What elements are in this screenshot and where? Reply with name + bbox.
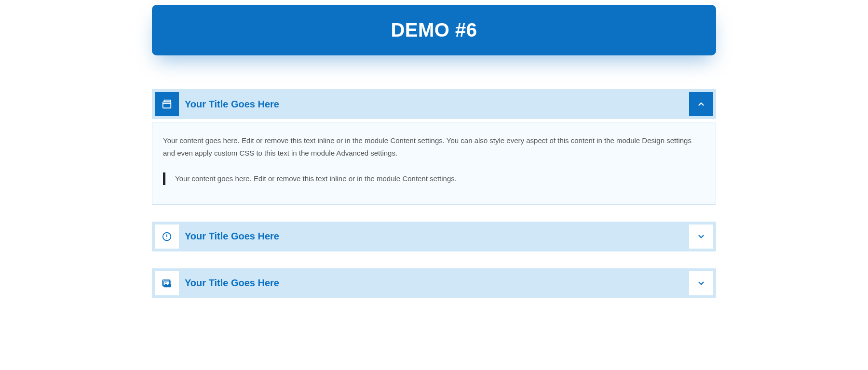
- window-icon: [155, 92, 179, 116]
- chevron-down-icon[interactable]: [689, 271, 713, 295]
- svg-rect-2: [164, 100, 171, 102]
- accordion-title: Your Title Goes Here: [185, 225, 683, 249]
- svg-rect-0: [163, 102, 171, 108]
- accordion-item: Your Title Goes Here: [152, 222, 716, 251]
- accordion-title: Your Title Goes Here: [185, 92, 683, 116]
- chevron-down-icon[interactable]: [689, 225, 713, 249]
- accordion-header[interactable]: Your Title Goes Here: [152, 268, 716, 298]
- accordion-header[interactable]: Your Title Goes Here: [152, 89, 716, 119]
- content-paragraph: Your content goes here. Edit or remove t…: [163, 134, 705, 159]
- accordion-item: Your Title Goes Here Your content goes h…: [152, 89, 716, 205]
- accordion-content: Your content goes here. Edit or remove t…: [152, 122, 716, 205]
- alert-icon: [155, 225, 179, 249]
- page-title: DEMO #6: [152, 5, 716, 55]
- svg-point-7: [165, 282, 166, 283]
- chevron-up-icon[interactable]: [689, 92, 713, 116]
- content-quote: Your content goes here. Edit or remove t…: [163, 172, 705, 185]
- image-icon: [155, 271, 179, 295]
- accordion-header[interactable]: Your Title Goes Here: [152, 222, 716, 251]
- accordion-item: Your Title Goes Here: [152, 268, 716, 298]
- accordion-title: Your Title Goes Here: [185, 271, 683, 295]
- svg-point-5: [166, 238, 167, 238]
